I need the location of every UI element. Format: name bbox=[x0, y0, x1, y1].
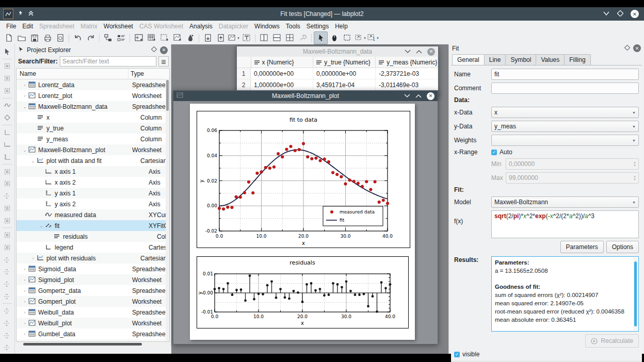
tree-column-type[interactable]: Type bbox=[128, 69, 169, 79]
h-range-icon[interactable] bbox=[1, 72, 13, 85]
tree-column-name[interactable]: Name bbox=[17, 69, 128, 79]
tree-row-sigmoid_data[interactable]: ›Sigmoid_dataSpreadsheet bbox=[17, 264, 169, 274]
x-axis-tool-icon[interactable] bbox=[1, 139, 13, 151]
tree-row-y_meas[interactable]: y_measColumn bbox=[17, 134, 169, 144]
zoom-region-icon[interactable] bbox=[1, 166, 13, 178]
window-minimize-icon[interactable] bbox=[405, 48, 411, 55]
new-datapicker-icon[interactable] bbox=[184, 32, 197, 44]
close-icon[interactable]: ✕ bbox=[631, 10, 639, 18]
visible-checkbox[interactable]: ✓ bbox=[454, 352, 460, 357]
new-project-icon[interactable] bbox=[2, 32, 15, 44]
scale-auto-y-icon[interactable] bbox=[1, 241, 13, 254]
y-axis-tool-icon[interactable] bbox=[1, 151, 13, 163]
float-dock-icon[interactable] bbox=[624, 45, 630, 52]
spreadsheet-row[interactable]: 10,000000e+000,000000e+00-2,373721e-03 bbox=[237, 68, 438, 79]
residuals-plot[interactable]: residuals0.010.020.030.040.0-0.010.000.0… bbox=[197, 256, 409, 328]
window-minimize-icon[interactable] bbox=[404, 92, 410, 100]
options-button[interactable]: Options bbox=[606, 241, 639, 253]
shift-left-x-icon[interactable] bbox=[1, 254, 13, 266]
zoom-out-x-icon[interactable] bbox=[1, 317, 13, 330]
tree-row-lorentz_data[interactable]: ›Lorentz_dataSpreadsheet bbox=[17, 79, 169, 90]
window-restore-icon[interactable] bbox=[415, 92, 422, 100]
tab-line[interactable]: Line bbox=[484, 54, 506, 65]
expander-icon[interactable]: ⌄ bbox=[22, 147, 28, 153]
save-project-icon[interactable] bbox=[28, 32, 41, 44]
expander-icon[interactable]: › bbox=[22, 332, 28, 337]
pin-icon[interactable] bbox=[18, 10, 24, 18]
menu-worksheet[interactable]: Worksheet bbox=[101, 22, 136, 31]
spreadsheet-row[interactable]: 21,000000e+003,459171e-04-3,011469e-03 bbox=[237, 79, 438, 91]
export-file-icon[interactable] bbox=[214, 32, 227, 44]
tree-row-legend[interactable]: legendCartesianPlotL bbox=[17, 242, 169, 253]
zoom-in-x-icon[interactable] bbox=[1, 305, 13, 317]
tab-values[interactable]: Values bbox=[536, 54, 565, 65]
tree-horizontal-scrollbar[interactable] bbox=[16, 342, 170, 347]
recalculate-button[interactable]: Recalculate bbox=[585, 334, 639, 348]
spreadsheet-column-header[interactable]: y_true {Numeric} bbox=[313, 57, 376, 68]
tab-symbol[interactable]: Symbol bbox=[505, 54, 536, 65]
print-icon[interactable] bbox=[41, 32, 54, 44]
new-workbook-icon[interactable] bbox=[132, 32, 145, 44]
magnify-dd-icon[interactable]: 1▾ bbox=[366, 32, 379, 44]
xdata-combobox[interactable]: x▼ bbox=[491, 107, 639, 118]
tree-row-y-axis-2[interactable]: y axis 2Axis bbox=[17, 199, 169, 209]
new-plot-dd-icon[interactable]: ▾ bbox=[227, 32, 240, 44]
tree-row-x-axis-2[interactable]: x axis 2Axis bbox=[17, 177, 169, 188]
tree-row-fit[interactable]: ⌄fitXYFitCurve bbox=[17, 220, 169, 231]
zoom-in-box-icon[interactable] bbox=[1, 178, 13, 190]
window-close-icon[interactable]: ✕ bbox=[427, 92, 434, 100]
tree-row-sigmoid_plot[interactable]: ›Sigmoid_plotWorksheet bbox=[17, 274, 169, 285]
tree-row-maxwell-boltzmann_data[interactable]: ⌄Maxwell-Boltzmann_dataSpreadsheet bbox=[17, 101, 169, 112]
cursor-mode-icon[interactable] bbox=[1, 45, 13, 58]
add-text-label-icon[interactable] bbox=[240, 32, 253, 44]
open-project-icon[interactable] bbox=[15, 32, 28, 44]
mask-diamond-icon[interactable] bbox=[1, 111, 13, 124]
menu-edit[interactable]: Edit bbox=[19, 22, 36, 31]
expander-icon[interactable]: › bbox=[22, 93, 28, 98]
new-matrix-icon[interactable] bbox=[158, 32, 171, 44]
navigate-mode-icon[interactable] bbox=[328, 32, 341, 44]
expander-icon[interactable]: ⌄ bbox=[22, 104, 28, 109]
parameters-button[interactable]: Parameters bbox=[560, 241, 604, 253]
crosshair-box-icon[interactable] bbox=[1, 60, 13, 73]
spreadsheet-column-header[interactable]: y_meas {Numeric} bbox=[376, 57, 438, 68]
float-dock-icon[interactable] bbox=[151, 46, 157, 54]
cell[interactable]: -2,373721e-03 bbox=[376, 68, 438, 79]
tree-row-gompert_plot[interactable]: ›Gompert_plotWorksheet bbox=[17, 296, 169, 307]
min-spinbox[interactable]: 0,000000▲▼ bbox=[506, 158, 639, 170]
menu-tools[interactable]: Tools bbox=[283, 22, 303, 31]
tree-vertical-scrollbar[interactable] bbox=[166, 79, 169, 341]
tree-row-plot-with-data-and-fit[interactable]: ⌄plot with data and fitCartesianPlot bbox=[17, 155, 169, 166]
expander-icon[interactable]: › bbox=[30, 256, 36, 261]
minimize-icon[interactable] bbox=[603, 10, 610, 18]
tree-row-weibull_plot[interactable]: ›Weibull_plotWorksheet bbox=[17, 318, 169, 328]
tree-row-weibull_data[interactable]: ›Weibull_dataSpreadsheet bbox=[17, 307, 169, 318]
redo-icon[interactable] bbox=[84, 32, 97, 44]
zoom-in-y-icon[interactable] bbox=[1, 330, 13, 342]
tree-row-maxwell-boltzmann_plot[interactable]: ⌄Maxwell-Boltzmann_plotWorksheet bbox=[17, 144, 169, 155]
tree-row-residuals[interactable]: residualsColumn bbox=[17, 231, 169, 242]
max-spinbox[interactable]: 99,000000▲▼ bbox=[506, 172, 639, 184]
tree-row-lorentz_plot[interactable]: ›Lorentz_plotWorksheet bbox=[17, 90, 169, 101]
new-worksheet-icon[interactable] bbox=[171, 32, 184, 44]
import-file-icon[interactable] bbox=[201, 32, 214, 44]
split-grid-icon[interactable] bbox=[283, 32, 296, 44]
ydata-combobox[interactable]: y_meas▼ bbox=[491, 121, 639, 132]
toggle-project-explorer-icon[interactable] bbox=[102, 32, 115, 44]
tree-row-plot-with-residuals[interactable]: ›plot with residualsCartesianPlot bbox=[17, 253, 169, 264]
tree-row-gumbel_data[interactable]: ›Gumbel_dataSpreadsheet bbox=[17, 328, 169, 339]
print-preview-icon[interactable] bbox=[54, 32, 67, 44]
expander-icon[interactable]: › bbox=[22, 288, 28, 293]
tab-filling[interactable]: Filling bbox=[564, 54, 590, 65]
cell[interactable]: 3,459171e-04 bbox=[313, 79, 376, 90]
spreadsheet-column-header[interactable]: x {Numeric} bbox=[251, 57, 314, 68]
cell[interactable]: -3,011469e-03 bbox=[376, 79, 438, 90]
name-input[interactable]: fit bbox=[491, 69, 639, 80]
shift-right-x-icon[interactable] bbox=[1, 266, 13, 278]
zoom-out-y-icon[interactable] bbox=[1, 341, 13, 354]
fit-view-dd-icon[interactable]: ▾ bbox=[353, 32, 366, 44]
tree-row-x[interactable]: xColumn bbox=[17, 112, 169, 123]
model-combobox[interactable]: Maxwell-Boltzmann▼ bbox=[491, 196, 639, 208]
expander-icon[interactable]: › bbox=[22, 321, 28, 326]
tree-row-measured-data[interactable]: measured dataXYCurve bbox=[17, 209, 169, 220]
